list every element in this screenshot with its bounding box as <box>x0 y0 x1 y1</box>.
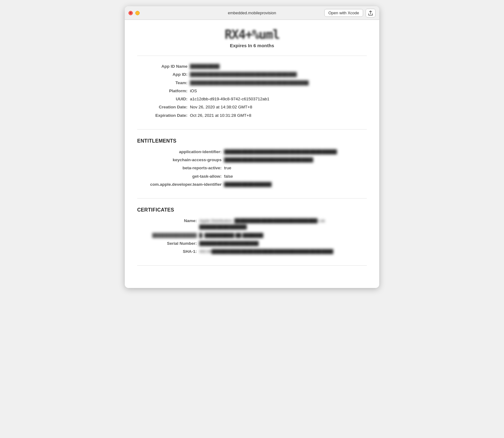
window-title: embedded.mobileprovision <box>228 11 276 15</box>
info-row-platform: Platform: iOS <box>137 88 367 94</box>
entitlement-value-gettask: false <box>224 173 233 180</box>
info-row-appid: App ID: ████████████████████████████████… <box>137 71 367 78</box>
entitlement-label-keychain: keychain-access-groups <box>137 157 224 163</box>
value-appidname: ██████████ <box>190 63 220 70</box>
cert-row-serial: Serial Number: ████████████████████ <box>137 240 367 247</box>
info-row-expiration: Expiration Date: Oct 26, 2021 at 10:31:2… <box>137 112 367 119</box>
entitlement-row-beta: beta-reports-active: true <box>137 165 367 171</box>
cert-label-sha1: SHA-1: <box>137 249 199 255</box>
open-with-xcode-button[interactable]: Open with Xcode <box>324 9 363 17</box>
label-expiration: Expiration Date: <box>137 112 190 119</box>
entitlements-section: ENTITLEMENTS application-identifier: ███… <box>137 138 367 198</box>
profile-header: RX4+%uml Expires In 6 months <box>137 27 367 56</box>
certificates-title: CERTIFICATES <box>137 207 367 213</box>
content-area: RX4+%uml Expires In 6 months App ID Name… <box>125 20 379 288</box>
info-row-appidname: App ID Name ██████████ <box>137 63 367 70</box>
entitlements-title: ENTITLEMENTS <box>137 138 367 144</box>
bottom-spacer <box>137 274 367 281</box>
info-row-uuid: UUID: a1c12dbb-d919-49c8-9742-c61503712a… <box>137 96 367 102</box>
label-platform: Platform: <box>137 88 190 94</box>
info-section: App ID Name ██████████ App ID: █████████… <box>137 63 367 130</box>
info-row-creation: Creation Date: Nov 26, 2020 at 14:38:02 … <box>137 104 367 110</box>
entitlement-row-gettask: get-task-allow: false <box>137 173 367 180</box>
entitlement-label-teamid: com.apple.developer.team-identifier <box>137 181 224 188</box>
titlebar-actions: Open with Xcode <box>324 9 376 17</box>
cert-value-type: █. ██████████ ██.███████ <box>199 232 263 239</box>
entitlement-label-beta: beta-reports-active: <box>137 165 224 171</box>
label-appidname: App ID Name <box>137 63 190 70</box>
entitlement-label-appid: application-identifier: <box>137 149 224 155</box>
entitlement-value-beta: true <box>224 165 231 171</box>
cert-value-serial: ████████████████████ <box>199 240 259 247</box>
entitlement-label-gettask: get-task-allow: <box>137 173 224 180</box>
value-team: ████████████████████████████████████████ <box>190 80 309 86</box>
cert-value-name: Apple Distribution: ████████████████████… <box>199 218 326 230</box>
value-uuid: a1c12dbb-d919-49c8-9742-c61503712ab1 <box>190 96 269 102</box>
value-expiration: Oct 26, 2021 at 10:31:28 GMT+8 <box>190 112 251 119</box>
entitlement-row-teamid: com.apple.developer.team-identifier ████… <box>137 181 367 188</box>
share-button[interactable] <box>366 9 376 17</box>
entitlement-value-teamid: ████████████████ <box>224 181 272 188</box>
entitlement-value-keychain: ██████████████████████████████ <box>224 157 313 163</box>
info-row-team: Team: ██████████████████████████████████… <box>137 80 367 86</box>
cert-label-name: Name: <box>137 218 199 230</box>
label-uuid: UUID: <box>137 96 190 102</box>
cert-row-type: ███████████████ █. ██████████ ██.███████ <box>137 232 367 239</box>
label-creation: Creation Date: <box>137 104 190 110</box>
expires-text: Expires In 6 months <box>137 43 367 48</box>
minimize-button[interactable] <box>135 11 140 15</box>
value-appid: ████████████████████████████████████ <box>190 71 297 78</box>
main-window: ✕ embedded.mobileprovision Open with Xco… <box>125 6 379 288</box>
entitlement-value-appid: ██████████████████████████████████████ <box>224 149 337 155</box>
cert-label-type: ███████████████ <box>137 232 199 239</box>
value-platform: iOS <box>190 88 197 94</box>
entitlement-row-appid: application-identifier: ████████████████… <box>137 149 367 155</box>
label-team: Team: <box>137 80 190 86</box>
close-button[interactable]: ✕ <box>128 11 133 15</box>
cert-row-name: Name: Apple Distribution: ██████████████… <box>137 218 367 230</box>
cert-value-sha1: 45C38███████████████████████████████████… <box>199 249 333 255</box>
certificates-section: CERTIFICATES Name: Apple Distribution: █… <box>137 207 367 266</box>
value-creation: Nov 26, 2020 at 14:38:02 GMT+8 <box>190 104 252 110</box>
cert-row-sha1: SHA-1: 45C38████████████████████████████… <box>137 249 367 255</box>
titlebar: ✕ embedded.mobileprovision Open with Xco… <box>125 6 379 20</box>
profile-icon: RX4+%uml <box>137 27 367 42</box>
cert-label-serial: Serial Number: <box>137 240 199 247</box>
label-appid: App ID: <box>137 71 190 78</box>
traffic-lights: ✕ <box>128 11 140 15</box>
entitlement-row-keychain: keychain-access-groups █████████████████… <box>137 157 367 163</box>
